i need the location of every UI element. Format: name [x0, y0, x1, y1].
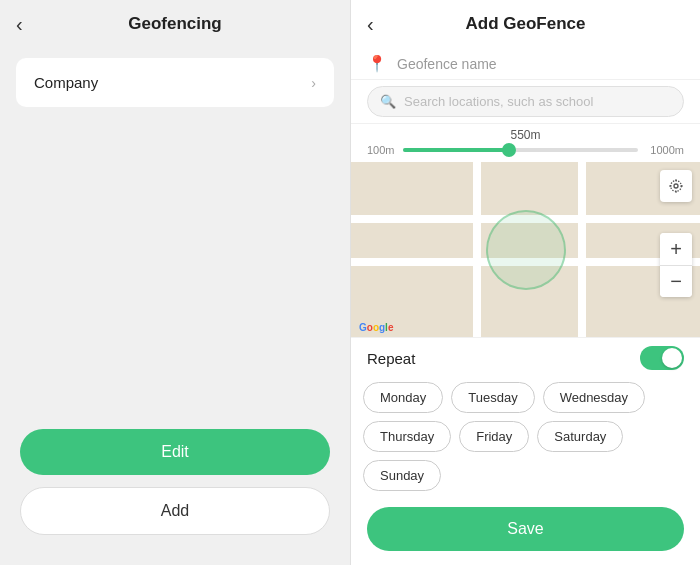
map-zoom-out-button[interactable]: − — [660, 265, 692, 297]
slider-value-label: 550m — [367, 128, 684, 142]
toggle-knob — [662, 348, 682, 368]
map-background: + − Google — [351, 162, 700, 337]
left-panel: ‹ Geofencing Company › Edit Add — [0, 0, 350, 565]
slider-track[interactable] — [403, 148, 638, 152]
day-friday[interactable]: Friday — [459, 421, 529, 452]
day-saturday[interactable]: Saturday — [537, 421, 623, 452]
search-icon: 🔍 — [380, 94, 396, 109]
left-title: Geofencing — [128, 14, 222, 34]
slider-min-label: 100m — [367, 144, 397, 156]
search-box[interactable]: 🔍 Search locations, such as school — [367, 86, 684, 117]
company-item[interactable]: Company › — [16, 58, 334, 107]
day-sunday[interactable]: Sunday — [363, 460, 441, 491]
map-zoom-controls: + − — [660, 233, 692, 297]
map-road-v2 — [578, 162, 586, 337]
save-row: Save — [351, 499, 700, 565]
days-row-2: Thursday Friday Saturday — [363, 421, 688, 452]
geofence-name-row: 📍 Geofence name — [351, 48, 700, 80]
right-title: Add GeoFence — [466, 14, 586, 34]
save-button[interactable]: Save — [367, 507, 684, 551]
google-g: G — [359, 322, 367, 333]
day-wednesday[interactable]: Wednesday — [543, 382, 645, 413]
map-zoom-in-button[interactable]: + — [660, 233, 692, 265]
map-area: + − Google — [351, 162, 700, 337]
google-e: e — [388, 322, 394, 333]
chevron-right-icon: › — [311, 75, 316, 91]
slider-fill — [403, 148, 509, 152]
slider-thumb[interactable] — [502, 143, 516, 157]
repeat-toggle[interactable] — [640, 346, 684, 370]
geofence-circle — [486, 210, 566, 290]
day-thursday[interactable]: Thursday — [363, 421, 451, 452]
edit-button[interactable]: Edit — [20, 429, 330, 475]
repeat-label: Repeat — [367, 350, 415, 367]
pin-icon: 📍 — [367, 54, 387, 73]
repeat-row: Repeat — [351, 337, 700, 378]
add-button[interactable]: Add — [20, 487, 330, 535]
search-placeholder: Search locations, such as school — [404, 94, 593, 109]
day-tuesday[interactable]: Tuesday — [451, 382, 534, 413]
map-location-button[interactable] — [660, 170, 692, 202]
slider-max-label: 1000m — [644, 144, 684, 156]
days-grid: Monday Tuesday Wednesday Thursday Friday… — [351, 378, 700, 499]
left-bottom-buttons: Edit Add — [0, 429, 350, 535]
map-road-v1 — [473, 162, 481, 337]
days-row-3: Sunday — [363, 460, 688, 491]
company-name: Company — [34, 74, 98, 91]
left-header: ‹ Geofencing — [0, 0, 350, 48]
slider-row: 550m 100m 1000m — [351, 124, 700, 162]
svg-point-0 — [674, 184, 678, 188]
right-back-button[interactable]: ‹ — [367, 13, 374, 36]
day-monday[interactable]: Monday — [363, 382, 443, 413]
search-row: 🔍 Search locations, such as school — [351, 80, 700, 124]
left-back-button[interactable]: ‹ — [16, 13, 23, 36]
right-header: ‹ Add GeoFence — [351, 0, 700, 48]
geofence-name-placeholder: Geofence name — [397, 56, 497, 72]
days-row-1: Monday Tuesday Wednesday — [363, 382, 688, 413]
right-panel: ‹ Add GeoFence 📍 Geofence name 🔍 Search … — [350, 0, 700, 565]
google-logo: Google — [359, 322, 393, 333]
svg-point-1 — [671, 181, 682, 192]
slider-container: 100m 1000m — [367, 144, 684, 156]
